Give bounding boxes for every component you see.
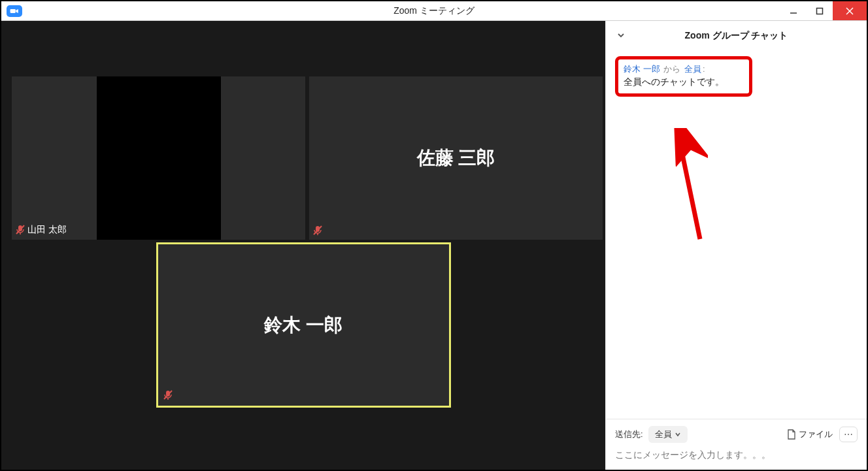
- participant-tile-2[interactable]: 佐藤 三郎: [309, 76, 603, 240]
- chat-sender[interactable]: 鈴木 一郎: [624, 64, 660, 74]
- svg-rect-0: [10, 9, 16, 13]
- participant-name-2: 佐藤 三郎: [417, 146, 495, 171]
- svg-line-14: [679, 138, 700, 239]
- chat-title: Zoom グループ チャット: [606, 30, 867, 42]
- main-content: 山田 太郎 佐藤 三郎 鈴木 一郎: [1, 21, 867, 470]
- file-button[interactable]: ファイル: [787, 429, 833, 440]
- chat-header: Zoom グループ チャット: [606, 21, 867, 51]
- recipient-value: 全員: [655, 429, 672, 440]
- minimize-button[interactable]: [780, 1, 807, 20]
- maximize-button[interactable]: [807, 1, 833, 20]
- svg-rect-2: [817, 8, 823, 14]
- chat-panel: Zoom グループ チャット 鈴木 一郎 から 全員: 全員へのチャットです。: [605, 21, 867, 470]
- chat-message-text: 全員へのチャットです。: [624, 76, 744, 88]
- file-icon: [787, 429, 796, 440]
- video-grid: 山田 太郎 佐藤 三郎 鈴木 一郎: [1, 21, 605, 470]
- participant-tile-active[interactable]: 鈴木 一郎: [156, 242, 451, 408]
- chat-footer: 送信先: 全員 ファイル ⋯: [606, 419, 867, 470]
- chat-collapse-button[interactable]: [616, 31, 626, 42]
- mic-muted-icon: [16, 225, 25, 235]
- chat-message-highlight: 鈴木 一郎 から 全員: 全員へのチャットです。: [615, 56, 752, 97]
- participant-video-off: [97, 76, 221, 240]
- participant-label-2: [313, 225, 322, 236]
- participant-name-3: 鈴木 一郎: [264, 313, 342, 338]
- mic-muted-icon: [313, 225, 322, 236]
- zoom-app-icon: [7, 5, 22, 17]
- window-title: Zoom ミーティング: [1, 5, 867, 17]
- chat-from-label: から: [663, 64, 680, 74]
- mic-muted-icon: [163, 390, 173, 400]
- more-button[interactable]: ⋯: [839, 427, 858, 442]
- window-controls: [780, 1, 867, 20]
- recipient-select[interactable]: 全員: [648, 426, 688, 443]
- participant-name-1: 山田 太郎: [27, 224, 67, 236]
- chevron-down-icon: [675, 431, 681, 438]
- chat-input[interactable]: [615, 449, 858, 460]
- file-label: ファイル: [799, 429, 833, 440]
- close-button[interactable]: [833, 1, 867, 20]
- send-to-label: 送信先:: [615, 429, 643, 440]
- participant-label-1: 山田 太郎: [16, 224, 67, 236]
- chat-receiver[interactable]: 全員: [684, 64, 701, 74]
- annotation-arrow-icon: [669, 128, 708, 246]
- chat-message-header: 鈴木 一郎 から 全員:: [624, 63, 744, 75]
- window-titlebar: Zoom ミーティング: [1, 1, 867, 21]
- participant-label-3: [163, 390, 173, 400]
- participant-tile-1[interactable]: 山田 太郎: [12, 76, 305, 240]
- chat-messages: 鈴木 一郎 から 全員: 全員へのチャットです。: [606, 51, 867, 419]
